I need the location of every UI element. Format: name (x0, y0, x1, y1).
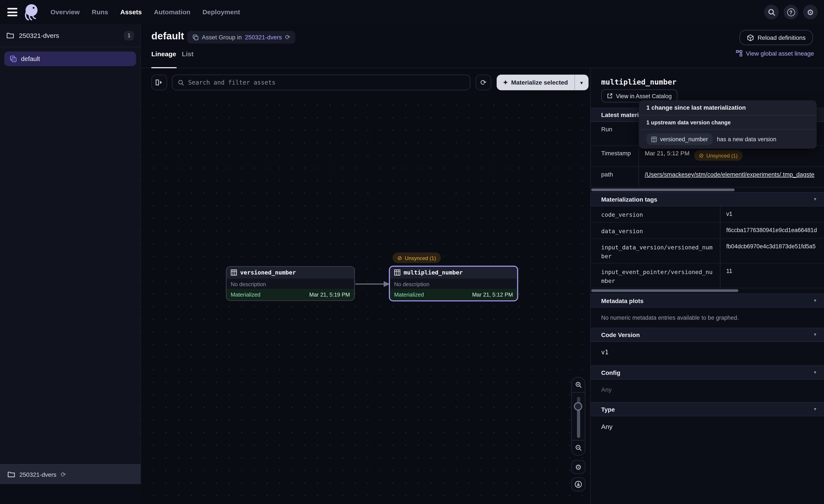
nav-item-assets[interactable]: Assets (120, 8, 142, 16)
sync-icon: ⟳ (481, 79, 487, 86)
horizontal-scrollbar-thumb[interactable] (591, 188, 735, 191)
panel-toggle-icon (155, 79, 164, 86)
asset-chip-versioned-number[interactable]: versioned_number (646, 133, 713, 145)
nav-item-overview[interactable]: Overview (50, 8, 80, 16)
view-global-asset-lineage-label: View global asset lineage (746, 50, 814, 56)
folder-icon (7, 471, 15, 478)
section-metadata-plots[interactable]: Metadata plots ▼ (591, 293, 824, 308)
dagster-logo-icon[interactable] (22, 3, 41, 21)
tag-key: code_version (591, 206, 721, 222)
section-heading: Code Version (601, 332, 640, 338)
chevron-down-icon: ▼ (813, 197, 817, 202)
asset-search (172, 75, 471, 91)
asset-node-name: multiplied_number (404, 269, 462, 276)
tag-key: input_event_pointer/versioned_number (591, 264, 721, 288)
hamburger-menu-icon[interactable] (7, 8, 17, 16)
zoom-in-button[interactable] (571, 377, 586, 392)
gear-icon: ⚙ (807, 8, 814, 16)
asset-node-versioned-number[interactable]: versioned_number No description Material… (226, 266, 355, 301)
page-header: default Asset Group in 250321-dvers ⟳ Re… (141, 24, 824, 69)
reload-cube-icon (746, 34, 754, 41)
sidebar-group-label: 250321-dvers (19, 32, 119, 39)
materialized-timestamp: Mar 21, 5:19 PM (309, 291, 350, 298)
tab-lineage[interactable]: Lineage (151, 50, 176, 58)
lineage-graph-icon (736, 50, 743, 57)
unsynced-badge-label: Unsynced (1) (405, 255, 436, 261)
path-link[interactable]: /Users/smackesey/stm/code/elementl/exper… (645, 171, 814, 177)
tag-value: fb04dcb6970e4c3d1873de51fd5a5 (721, 239, 824, 263)
unsynced-icon: ⊘ (699, 152, 704, 158)
horizontal-scrollbar-thumb[interactable] (591, 289, 738, 292)
graph-settings-button[interactable]: ⚙ (571, 460, 586, 474)
zoom-out-button[interactable] (571, 440, 586, 455)
sidebar-item-default[interactable]: default (4, 51, 136, 66)
materialize-options-button[interactable]: ▾ (574, 75, 589, 91)
tag-row: code_version v1 (591, 206, 824, 223)
section-code-version[interactable]: Code Version ▼ (591, 328, 824, 342)
asset-group-badge-link[interactable]: 250321-dvers (245, 34, 282, 40)
chevron-down-icon: ▼ (813, 298, 817, 303)
nav-item-runs[interactable]: Runs (92, 8, 108, 16)
refresh-graph-button[interactable]: ⟳ (476, 75, 492, 91)
table-icon (651, 136, 657, 142)
view-global-asset-lineage-link[interactable]: View global asset lineage (736, 50, 814, 57)
zoom-out-icon (575, 444, 582, 452)
sidebar-footer[interactable]: 250321-dvers ⟳ (0, 464, 141, 484)
search-icon (178, 79, 185, 86)
view-in-asset-catalog-label: View in Asset Catalog (616, 93, 672, 99)
popover-change-text: has a new data version (717, 136, 777, 142)
search-button[interactable] (764, 5, 779, 19)
tab-list[interactable]: List (182, 50, 194, 58)
section-config[interactable]: Config ▼ (591, 365, 824, 380)
tag-row: input_event_pointer/versioned_number 11 (591, 264, 824, 288)
search-icon (767, 8, 775, 16)
lineage-canvas[interactable]: ⟳ ✦ Materialize selected ▾ ⊘ Unsynced (1… (141, 69, 590, 504)
run-key: Run (591, 122, 639, 145)
asset-node-description: No description (226, 278, 354, 289)
tag-key: input_data_version/versioned_number (591, 239, 721, 263)
reload-definitions-button[interactable]: Reload definitions (739, 30, 813, 45)
unsynced-badge[interactable]: ⊘ Unsynced (1) (694, 150, 743, 161)
asset-node-header: versioned_number (226, 267, 354, 278)
materialize-selected-split-button: ✦ Materialize selected ▾ (497, 75, 589, 91)
asset-node-description: No description (390, 278, 517, 289)
asset-node-footer: Materialized Mar 21, 5:19 PM (226, 289, 354, 300)
zoom-slider[interactable] (571, 393, 586, 440)
sidebar-footer-label: 250321-dvers (19, 471, 57, 478)
sync-icon[interactable]: ⟳ (285, 34, 290, 40)
help-button[interactable]: ? (784, 5, 798, 19)
folder-icon (6, 32, 14, 39)
tag-key: data_version (591, 223, 721, 238)
tag-row: data_version f6ccba1776380941e9cd1ea6648… (591, 223, 824, 239)
sidebar-group-row[interactable]: 250321-dvers 1 (0, 24, 140, 47)
asset-group-icon (192, 34, 199, 40)
asset-group-badge: Asset Group in 250321-dvers ⟳ (187, 31, 296, 43)
type-value: Any (591, 416, 824, 437)
section-materialization-tags[interactable]: Materialization tags ▼ (591, 192, 824, 206)
download-graph-button[interactable] (571, 477, 586, 491)
expand-panel-button[interactable] (151, 75, 167, 91)
metadata-plots-empty-text: No numeric metadata entries available to… (591, 307, 824, 328)
materialized-status: Materialized (394, 291, 424, 298)
zoom-slider-knob[interactable] (574, 402, 583, 410)
zoom-in-icon (575, 381, 582, 388)
code-version-value: v1 (591, 342, 824, 365)
materialize-selected-button[interactable]: ✦ Materialize selected (497, 75, 574, 91)
latest-timestamp-row: Timestamp Mar 21, 5:12 PM ⊘ Unsynced (1) (591, 146, 824, 167)
search-input[interactable] (188, 79, 465, 86)
asset-node-multiplied-number[interactable]: multiplied_number No description Materia… (389, 266, 518, 301)
asset-chip-label: versioned_number (660, 136, 708, 142)
app-root: Overview Runs Assets Automation Deployme… (0, 0, 824, 504)
unsynced-badge-label: Unsynced (1) (706, 152, 738, 158)
section-heading: Materialization tags (601, 196, 657, 203)
nav-item-automation[interactable]: Automation (154, 8, 191, 16)
unsynced-badge[interactable]: ⊘ Unsynced (1) (393, 253, 441, 263)
nav-item-deployment[interactable]: Deployment (202, 8, 240, 16)
settings-button[interactable]: ⚙ (803, 5, 818, 19)
section-type[interactable]: Type ▼ (591, 402, 824, 416)
lineage-edge-arrow (355, 280, 390, 288)
tag-row: input_data_version/versioned_number fb04… (591, 239, 824, 263)
asset-node-footer: Materialized Mar 21, 5:12 PM (390, 289, 517, 300)
sync-icon[interactable]: ⟳ (61, 471, 66, 478)
page-title: default (151, 30, 184, 42)
